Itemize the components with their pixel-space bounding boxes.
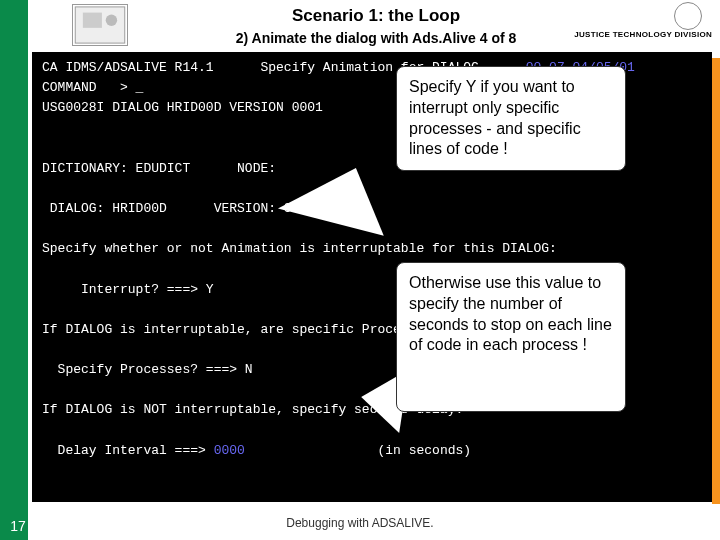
term-line: Delay Interval ===> <box>42 443 214 458</box>
term-line: (in seconds) <box>245 443 471 458</box>
term-value: 0000 <box>214 443 245 458</box>
slide-footer: 17 Debugging with ADSALIVE. <box>0 504 720 540</box>
division-label: JUSTICE TECHNOLOGY DIVISION <box>574 30 712 39</box>
callout-text: Otherwise use this value to specify the … <box>409 274 612 353</box>
slide-title: Scenario 1: the Loop <box>32 6 720 26</box>
callout-text: Specify Y if you want to interrupt only … <box>409 78 581 157</box>
slide-number: 17 <box>4 518 32 534</box>
term-line: Specify whether or not Animation is inte… <box>42 239 702 259</box>
term-line <box>42 179 702 199</box>
term-line: COMMAND > _ <box>42 80 143 95</box>
slide-header: Scenario 1: the Loop 2) Animate the dial… <box>32 0 720 58</box>
term-line <box>42 421 702 441</box>
footer-text: Debugging with ADSALIVE. <box>0 516 720 530</box>
callout-box: Otherwise use this value to specify the … <box>396 262 626 412</box>
callout-box: Specify Y if you want to interrupt only … <box>396 66 626 171</box>
